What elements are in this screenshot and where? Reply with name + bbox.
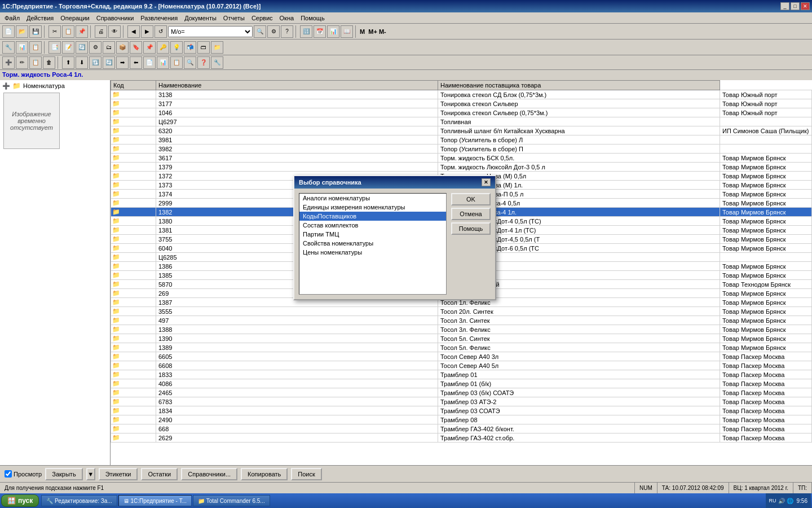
menu-references[interactable]: Справочники [93,14,138,23]
toolbar-dropdown[interactable]: М/о= [168,26,253,37]
tb2-14[interactable]: 📬 [184,41,196,54]
dialog-list-item[interactable]: Цены номенклатуры [299,248,446,257]
tb2-4[interactable]: 📑 [48,41,61,54]
menu-documents[interactable]: Документы [181,14,220,23]
tb3-8[interactable]: 🔄 [103,56,115,69]
table-row[interactable]: 📁2629Трамблер ГАЗ-402 ст.обр.Товар Паске… [111,433,812,443]
tb2-13[interactable]: 💡 [170,41,183,54]
tb2-1[interactable]: 🔧 [2,41,15,54]
menu-actions[interactable]: Действия [23,14,57,23]
labels-button[interactable]: Этикетки [99,468,138,480]
tb3-1[interactable]: ➕ [2,56,15,69]
table-row[interactable]: 📁3982Топор (Усилитель в сборе) П [111,144,812,154]
tb3-14[interactable]: 🔍 [184,56,196,69]
search-button[interactable]: Поиск [291,468,321,480]
tb-find[interactable]: 🔍 [254,25,266,38]
table-row[interactable]: 📁3138Тонировка стекол СД Блэк (0,75*3м.)… [111,90,812,99]
tb3-3[interactable]: 📋 [29,56,42,69]
tb2-7[interactable]: ⚙ [89,41,102,54]
table-row[interactable]: 📁1390Тосол 5л. СинтекТовар Мирмов Брянск [111,334,812,343]
tb3-13[interactable]: 📋 [170,56,183,69]
menu-operations[interactable]: Операции [57,14,92,23]
preview-checkbox-label[interactable]: Просмотр [5,470,42,478]
dialog-list[interactable]: Аналоги номенклатурыЕдиницы измерения но… [299,193,447,295]
table-row[interactable]: 📁1389Тосол 5л. ФеликсТовар Мирмов Брянск [111,343,812,352]
menu-windows[interactable]: Окна [276,14,298,23]
table-row[interactable]: 📁6605Тосол Север А40 3лТовар Паскер Моск… [111,352,812,361]
col-header-code[interactable]: Код [111,81,156,90]
menu-entertainment[interactable]: Развлечения [137,14,181,23]
tb3-2[interactable]: ✏ [16,56,28,69]
tb-back[interactable]: ◀ [127,25,140,38]
table-row[interactable]: 📁6608Тосол Север А40 5лТовар Паскер Моск… [111,361,812,370]
tb3-7[interactable]: 🔃 [89,56,102,69]
table-row[interactable]: 📁3555Тосол 20л. СинтекТовар Мирмов Брянс… [111,307,812,316]
menu-file[interactable]: Файл [1,14,23,23]
window-controls[interactable]: _ □ ✕ [780,2,810,10]
copy-button[interactable]: Копировать [241,468,288,480]
tb2-10[interactable]: 🔖 [130,41,142,54]
tb-print[interactable]: 🖨 [95,25,107,38]
tb-preview[interactable]: 👁 [108,25,121,38]
tb2-3[interactable]: 📋 [29,41,42,54]
tb-calendar[interactable]: 📅 [314,25,326,38]
sidebar-add[interactable]: ➕ 📁 Номенклатура [1,81,109,90]
tb2-2[interactable]: 📊 [16,41,28,54]
tb-filter[interactable]: ⚙ [267,25,280,38]
tb-new[interactable]: 📄 [2,25,15,38]
col-header-supplier[interactable]: Наименование поставщика товара [438,81,720,90]
close-button[interactable]: Закрыть [45,468,82,480]
table-row[interactable]: 📁1833Трамблер 01Товар Паскер Москва [111,370,812,379]
dialog-cancel-button[interactable]: Отмена [451,208,491,220]
tb2-15[interactable]: 🗃 [197,41,210,54]
close-dropdown-arrow[interactable]: ▼ [86,468,95,480]
tb-book[interactable]: 📖 [341,25,353,38]
tb3-6[interactable]: ⬇ [76,56,88,69]
dialog-list-item[interactable]: Свойства номенклатуры [299,239,446,248]
table-row[interactable]: 📁3177Тонировка стекол СильверТовар Южный… [111,99,812,108]
menu-service[interactable]: Сервис [248,14,276,23]
tb2-16[interactable]: 📁 [211,41,223,54]
tb3-16[interactable]: 🔧 [211,56,223,69]
table-row[interactable]: 📁2490Трамблер 08Товар Паскер Москва [111,415,812,424]
taskbar-item-2[interactable]: 📁 Total Commander 6.5... [193,495,270,506]
dialog-list-item[interactable]: Единицы измерения номенклатуры [299,203,446,212]
tb2-5[interactable]: 📝 [62,41,74,54]
tb2-11[interactable]: 📌 [143,41,156,54]
table-row[interactable]: 📁668Трамблер ГАЗ-402 б/конт.Товар Паскер… [111,424,812,433]
tb2-12[interactable]: 🔑 [157,41,169,54]
tb3-12[interactable]: 📊 [157,56,169,69]
table-row[interactable]: 📁497Тосол 3л. СинтекТовар Мирмов Брянск [111,316,812,325]
tb-calc[interactable]: 🔢 [300,25,312,38]
table-row[interactable]: 📁6320Топливный шланг б/п Китайская Хускв… [111,126,812,135]
table-row[interactable]: 📁1388Тосол 3л. ФеликсТовар Мирмов Брянск [111,325,812,334]
maximize-button[interactable]: □ [791,2,800,10]
minimize-button[interactable]: _ [780,2,789,10]
preview-checkbox[interactable] [5,470,12,478]
table-row[interactable]: 📁1046Тонировка стекол Сильвер (0,75*3м.)… [111,108,812,117]
table-row[interactable]: 📁6783Трамблер 03 АТЭ-2Товар Паскер Москв… [111,397,812,406]
tb3-9[interactable]: ➡ [116,56,129,69]
table-row[interactable]: 📁Ц6297Топливная [111,117,812,126]
references-button[interactable]: Справочники... [181,468,237,480]
tb-paste[interactable]: 📌 [76,25,88,38]
start-button[interactable]: 🪟 пуск [1,494,39,507]
tb-save[interactable]: 💾 [29,25,42,38]
dialog-list-item[interactable]: Аналоги номенклатуры [299,194,446,203]
tb-help[interactable]: ? [281,25,293,38]
tb2-8[interactable]: 🗂 [103,41,115,54]
tb-cut[interactable]: ✂ [48,25,61,38]
tb3-15[interactable]: ❓ [197,56,210,69]
tb3-4[interactable]: 🗑 [43,56,55,69]
menu-help[interactable]: Помощь [297,14,328,23]
table-row[interactable]: 📁3617Торм. жидкость БСК 0,5л.Товар Мирмо… [111,154,812,163]
table-row[interactable]: 📁3981Топор (Усилитель в сборе) Л [111,135,812,144]
tb-refresh[interactable]: ↺ [155,25,167,38]
table-row[interactable]: 📁4086Трамблер 01 (б/к)Товар Паскер Москв… [111,379,812,388]
close-button[interactable]: ✕ [801,2,810,10]
col-header-name[interactable]: Наименование [156,81,438,90]
dialog-list-item[interactable]: КодыПоставщиков [299,212,446,221]
menu-reports[interactable]: Отчеты [220,14,248,23]
dialog-close-button[interactable]: ✕ [482,178,491,186]
table-row[interactable]: 📁1379Торм. жидкость Люксойл Дот-3 0,5 лТ… [111,163,812,172]
